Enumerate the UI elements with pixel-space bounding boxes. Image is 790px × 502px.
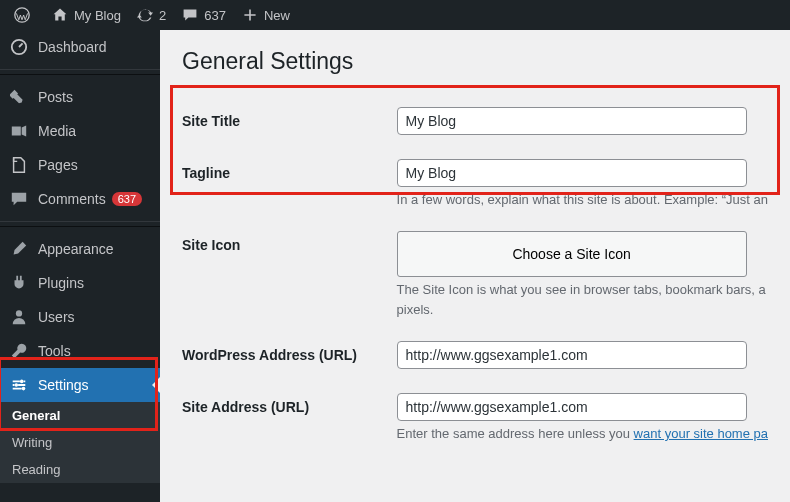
site-icon-description: The Site Icon is what you see in browser… [397,282,768,297]
svg-point-6 [22,387,26,391]
updates-link[interactable]: 2 [129,0,174,30]
svg-point-5 [15,383,19,387]
comments-count: 637 [204,8,226,23]
new-label: New [264,8,290,23]
svg-rect-2 [12,127,21,136]
sidebar-item-label: Plugins [38,275,84,291]
svg-point-4 [20,380,24,384]
menu-separator [0,69,160,75]
sidebar-item-posts[interactable]: Posts [0,80,160,114]
page-title: General Settings [182,48,768,75]
sidebar-item-users[interactable]: Users [0,300,160,334]
sidebar-item-tools[interactable]: Tools [0,334,160,368]
sidebar-item-label: Media [38,123,76,139]
main-content: General Settings Site Title Tagline In a… [160,30,790,502]
wp-url-label: WordPress Address (URL) [182,329,397,381]
sidebar-item-settings[interactable]: Settings [0,368,160,402]
sidebar-item-media[interactable]: Media [0,114,160,148]
updates-count: 2 [159,8,166,23]
site-address-input[interactable] [397,393,747,421]
wordpress-address-input[interactable] [397,341,747,369]
sidebar-item-comments[interactable]: Comments637 [0,182,160,216]
sidebar-item-label: Appearance [38,241,114,257]
new-content-link[interactable]: New [234,0,298,30]
settings-submenu: General Writing Reading [0,402,160,483]
sidebar-item-pages[interactable]: Pages [0,148,160,182]
site-title-input[interactable] [397,107,747,135]
site-home-link[interactable]: want your site home pa [634,426,768,441]
tagline-input[interactable] [397,159,747,187]
sidebar-item-label: Posts [38,89,73,105]
site-url-description: Enter the same address here unless you w… [397,426,768,441]
comments-link[interactable]: 637 [174,0,234,30]
site-url-label: Site Address (URL) [182,381,397,453]
admin-toolbar: My Blog 2 637 New [0,0,790,30]
sidebar-item-plugins[interactable]: Plugins [0,266,160,300]
site-icon-description-2: pixels. [397,302,768,317]
menu-separator [0,221,160,227]
site-name-text: My Blog [74,8,121,23]
site-name-link[interactable]: My Blog [44,0,129,30]
sidebar-item-label: Comments [38,191,106,207]
sidebar-item-appearance[interactable]: Appearance [0,232,160,266]
comments-badge: 637 [112,192,142,206]
sidebar-item-label: Tools [38,343,71,359]
sidebar-item-dashboard[interactable]: Dashboard [0,30,160,64]
submenu-item-writing[interactable]: Writing [0,429,160,456]
svg-point-3 [16,310,22,316]
site-title-label: Site Title [182,95,397,147]
sidebar-item-label: Users [38,309,75,325]
wp-logo-link[interactable] [6,0,44,30]
sidebar-item-label: Settings [38,377,89,393]
tagline-description: In a few words, explain what this site i… [397,192,768,207]
choose-site-icon-button[interactable]: Choose a Site Icon [397,231,747,277]
submenu-item-reading[interactable]: Reading [0,456,160,483]
sidebar-item-label: Pages [38,157,78,173]
tagline-label: Tagline [182,147,397,219]
sidebar-item-label: Dashboard [38,39,107,55]
site-icon-label: Site Icon [182,219,397,329]
submenu-item-general[interactable]: General [0,402,160,429]
admin-sidebar: Dashboard Posts Media Pages Comments637 … [0,30,160,502]
